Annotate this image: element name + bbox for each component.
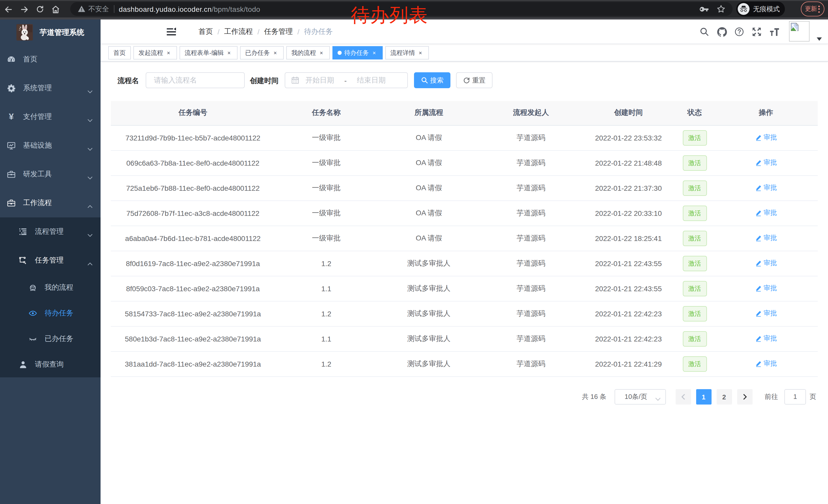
sidebar-item-workflow[interactable]: 工作流程 [0, 189, 100, 217]
approve-link[interactable]: 审批 [755, 234, 777, 243]
browser-update-button[interactable]: 更新 [801, 2, 824, 16]
calendar-icon [291, 77, 299, 84]
sidebar-item-task-management[interactable]: 任务管理 [0, 246, 100, 275]
close-icon[interactable]: × [272, 49, 279, 56]
start-date-placeholder: 开始日期 [299, 76, 340, 85]
breadcrumb-workflow[interactable]: 工作流程 [224, 27, 253, 36]
annotation-todo-list: 待办列表 [351, 5, 428, 26]
approve-link[interactable]: 审批 [755, 309, 777, 318]
page-size-select[interactable]: 10条/页 [614, 389, 666, 405]
browser-menu-icon[interactable] [818, 5, 820, 12]
approve-link[interactable]: 审批 [755, 359, 777, 368]
caret-down-icon[interactable] [817, 34, 822, 43]
approve-link[interactable]: 审批 [755, 209, 777, 218]
breadcrumb-home[interactable]: 首页 [199, 27, 213, 36]
cell-task-id: 580e1b3d-7ac8-11ec-a9e2-a2380e71991a [111, 326, 275, 351]
sidebar-item-done-tasks[interactable]: 已办任务 [0, 326, 100, 352]
close-icon[interactable]: × [417, 49, 424, 56]
prev-page-button[interactable] [675, 389, 691, 405]
close-icon[interactable]: × [371, 49, 378, 56]
app-title: 芋道管理系统 [40, 28, 84, 37]
sidebar-toggle-icon[interactable] [166, 27, 176, 37]
home-icon[interactable] [51, 5, 60, 13]
tag-home[interactable]: 首页 [108, 46, 131, 59]
url-path: /bpm/task/todo [212, 5, 260, 13]
page-content: 流程名 请输入流程名 创建时间 开始日期 - 结束日期 [100, 61, 828, 504]
tag-my-process[interactable]: 我的流程× [286, 46, 330, 59]
sidebar-item-system[interactable]: 系统管理 [0, 74, 100, 102]
tag-label: 发起流程 [138, 48, 163, 57]
avatar[interactable] [789, 21, 810, 42]
tag-process-detail[interactable]: 流程详情× [385, 46, 429, 59]
search-icon[interactable] [696, 19, 713, 44]
status-badge: 激活 [682, 281, 707, 296]
tag-label: 流程详情 [390, 48, 415, 57]
bookmark-star-icon[interactable] [717, 5, 726, 13]
sidebar-item-process-management[interactable]: 流程管理 [0, 217, 100, 246]
back-icon[interactable] [4, 5, 13, 13]
cell-process: OA 请假 [378, 175, 480, 200]
briefcase-icon [7, 199, 15, 207]
sidebar-item-infrastructure[interactable]: 基础设施 [0, 131, 100, 160]
tags-view: 首页 发起流程× 流程表单-编辑× 已办任务× 我的流程× 待办任务× 流程详情… [100, 44, 828, 61]
reset-button[interactable]: 重置 [456, 72, 493, 88]
tag-start-process[interactable]: 发起流程× [133, 46, 177, 59]
cell-task-id: a6aba0a4-7b6d-11ec-b781-acde48001122 [111, 226, 275, 251]
close-icon[interactable]: × [318, 49, 325, 56]
close-icon[interactable]: × [226, 49, 233, 56]
sidebar-logo[interactable]: 芋道管理系统 [0, 19, 100, 45]
sidebar-item-leave-query[interactable]: 请假查询 [0, 352, 100, 377]
update-label: 更新 [805, 5, 817, 13]
approve-link[interactable]: 审批 [755, 284, 777, 293]
input-placeholder: 请输入流程名 [154, 76, 197, 85]
date-range-input[interactable]: 开始日期 - 结束日期 [285, 72, 408, 88]
tag-form-edit[interactable]: 流程表单-编辑× [179, 46, 238, 59]
page-number-1[interactable]: 1 [696, 389, 711, 405]
page-size-value: 10条/页 [625, 392, 647, 402]
tag-todo-tasks[interactable]: 待办任务× [332, 46, 383, 59]
close-icon[interactable]: × [165, 49, 172, 56]
cell-task-name: 1.1 [275, 276, 378, 301]
cell-create-time: 2022-01-22 18:25:41 [582, 226, 675, 251]
font-size-icon[interactable] [765, 19, 783, 44]
url-text[interactable]: dashboard.yudao.iocoder.cn/bpm/task/todo [119, 5, 260, 13]
fullscreen-icon[interactable] [748, 19, 765, 44]
next-page-button[interactable] [737, 389, 752, 405]
cell-task-name: 一级审批 [275, 125, 378, 150]
security-label[interactable]: 不安全 [88, 4, 109, 13]
github-icon[interactable] [713, 19, 731, 44]
page-number-2[interactable]: 2 [716, 389, 732, 405]
cell-process: 测试多审批人 [378, 326, 480, 351]
table-row: 580e1b3d-7ac8-11ec-a9e2-a2380e71991a 1.1… [111, 326, 818, 351]
sidebar-item-payment[interactable]: ¥ 支付管理 [0, 102, 100, 131]
cell-starter: 芋道源码 [480, 150, 582, 175]
navbar: 首页 / 工作流程 / 任务管理 / 待办任务 [100, 19, 828, 44]
sidebar-item-label: 流程管理 [35, 227, 64, 236]
key-icon[interactable] [700, 6, 708, 11]
approve-link[interactable]: 审批 [755, 133, 777, 142]
status-badge: 激活 [682, 356, 707, 371]
sidebar-item-label: 我的流程 [45, 283, 73, 292]
approve-link[interactable]: 审批 [755, 183, 777, 192]
forward-icon[interactable] [20, 5, 29, 13]
breadcrumb-task-management[interactable]: 任务管理 [264, 27, 293, 36]
active-dot [338, 51, 342, 55]
sidebar-item-todo-tasks[interactable]: 待办任务 [0, 301, 100, 326]
breadcrumb-separator: / [217, 28, 219, 36]
tag-done-tasks[interactable]: 已办任务× [240, 46, 284, 59]
table-header-row: 任务编号 任务名称 所属流程 流程发起人 创建时间 状态 操作 [111, 101, 818, 125]
sidebar-item-my-process[interactable]: 我的流程 [0, 275, 100, 301]
reload-icon[interactable] [36, 5, 44, 13]
search-button[interactable]: 搜索 [414, 72, 450, 88]
tag-label: 待办任务 [344, 48, 369, 57]
help-icon[interactable] [731, 19, 748, 44]
chevron-down-icon [87, 173, 93, 181]
sidebar-item-label: 基础设施 [23, 141, 52, 150]
approve-link[interactable]: 审批 [755, 158, 777, 168]
approve-link[interactable]: 审批 [755, 334, 777, 343]
process-name-input[interactable]: 请输入流程名 [146, 72, 245, 88]
sidebar-item-dev-tools[interactable]: 研发工具 [0, 160, 100, 189]
approve-link[interactable]: 审批 [755, 259, 777, 268]
goto-page-input[interactable]: 1 [784, 389, 806, 405]
sidebar-item-home[interactable]: 首页 [0, 45, 100, 74]
